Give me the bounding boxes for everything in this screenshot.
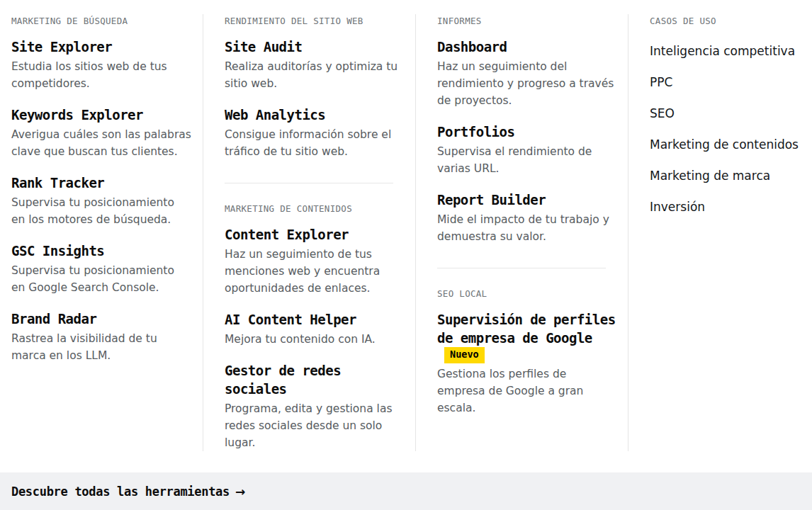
menu-item-web-analytics[interactable]: Web Analytics Consigue información sobre…	[225, 106, 404, 160]
use-case-marketing-de-marca[interactable]: Marketing de marca	[650, 167, 812, 184]
use-case-marketing-de-contenidos[interactable]: Marketing de contenidos	[650, 136, 812, 153]
use-case-ppc[interactable]: PPC	[650, 74, 812, 91]
menu-item-portfolios[interactable]: Portfolios Supervisa el rendimiento de v…	[437, 123, 617, 177]
menu-item-description: Supervisa tu posicionamiento en Google S…	[11, 262, 191, 296]
menu-item-description: Gestiona los perfiles de empresa de Goog…	[437, 366, 617, 416]
arrow-right-icon: →	[235, 484, 245, 499]
menu-item-description: Realiza auditorías y optimiza tu sitio w…	[225, 58, 404, 92]
column-marketing-de-busqueda: MARKETING DE BÚSQUEDA Site Explorer Estu…	[11, 16, 191, 364]
menu-item-description: Estudia los sitios web de tus competidor…	[11, 58, 191, 92]
menu-item-ai-content-helper[interactable]: AI Content Helper Mejora tu contenido co…	[225, 310, 404, 348]
menu-item-description: Rastrea la visibilidad de tu marca en lo…	[11, 330, 191, 364]
section-heading-rendimiento-del-sitio-web: RENDIMIENTO DEL SITIO WEB	[225, 16, 404, 27]
column-divider	[203, 14, 203, 451]
menu-item-description: Programa, edita y gestiona las redes soc…	[225, 400, 404, 451]
menu-item-description: Haz un seguimiento de tus menciones web …	[225, 246, 404, 297]
menu-item-title: AI Content Helper	[225, 312, 356, 327]
menu-item-gestor-de-redes-sociales[interactable]: Gestor de redes sociales Programa, edita…	[225, 361, 404, 451]
menu-item-content-explorer[interactable]: Content Explorer Haz un seguimiento de t…	[225, 225, 404, 297]
discover-all-tools-link[interactable]: Descubre todas las herramientas→	[11, 484, 245, 499]
section-divider	[437, 268, 606, 268]
menu-item-title: Site Audit	[225, 39, 302, 55]
column-divider	[628, 14, 628, 451]
nuevo-badge: Nuevo	[444, 347, 485, 363]
menu-item-title: Web Analytics	[225, 107, 325, 123]
menu-item-title: Rank Tracker	[11, 175, 104, 191]
menu-item-title: Keywords Explorer	[11, 107, 143, 123]
section-divider	[225, 183, 393, 183]
menu-item-title: Dashboard	[437, 39, 507, 55]
mega-menu: MARKETING DE BÚSQUEDA Site Explorer Estu…	[0, 0, 812, 472]
menu-item-keywords-explorer[interactable]: Keywords Explorer Averigua cuáles son la…	[11, 106, 191, 160]
menu-item-title: GSC Insights	[11, 243, 104, 259]
menu-item-dashboard[interactable]: Dashboard Haz un seguimiento del rendimi…	[437, 38, 617, 109]
menu-item-description: Haz un seguimiento del rendimiento y pro…	[437, 58, 617, 109]
section-heading-seo-local: SEO LOCAL	[437, 288, 617, 300]
menu-item-title: Report Builder	[437, 192, 546, 208]
use-case-inteligencia-competitiva[interactable]: Inteligencia competitiva	[650, 42, 812, 60]
menu-item-supervision-de-perfiles-de-empresa-de-google[interactable]: Supervisión de perfiles de empresa de Go…	[437, 310, 617, 416]
section-heading-marketing-de-contenidos: MARKETING DE CONTENIDOS	[225, 203, 404, 215]
menu-item-description: Supervisa tu posicionamiento en los moto…	[11, 194, 191, 228]
column-rendimiento-del-sitio-web: RENDIMIENTO DEL SITIO WEB Site Audit Rea…	[225, 16, 404, 451]
column-casos-de-uso: CASOS DE USO Inteligencia competitiva PP…	[650, 16, 812, 215]
menu-item-title: Portfolios	[437, 124, 514, 140]
menu-item-description: Averigua cuáles son las palabras clave q…	[11, 126, 191, 160]
menu-item-gsc-insights[interactable]: GSC Insights Supervisa tu posicionamient…	[11, 242, 191, 296]
menu-item-description: Mide el impacto de tu trabajo y demuestr…	[437, 211, 617, 245]
menu-item-title: Site Explorer	[11, 39, 112, 55]
use-case-inversion[interactable]: Inversión	[650, 198, 812, 215]
menu-item-description: Consigue información sobre el tráfico de…	[225, 126, 404, 160]
menu-item-site-audit[interactable]: Site Audit Realiza auditorías y optimiza…	[225, 38, 404, 92]
menu-item-title: Content Explorer	[225, 227, 349, 242]
menu-item-brand-radar[interactable]: Brand Radar Rastrea la visibilidad de tu…	[11, 310, 191, 364]
menu-item-description: Mejora tu contenido con IA.	[225, 331, 404, 348]
discover-all-tools-bar[interactable]: Descubre todas las herramientas→	[0, 472, 812, 510]
menu-item-rank-tracker[interactable]: Rank Tracker Supervisa tu posicionamient…	[11, 174, 191, 228]
column-divider	[415, 14, 416, 451]
section-heading-casos-de-uso: CASOS DE USO	[650, 16, 812, 27]
use-case-seo[interactable]: SEO	[650, 105, 812, 122]
menu-item-title: Gestor de redes sociales	[225, 363, 341, 397]
menu-item-title: Brand Radar	[11, 311, 96, 327]
menu-item-site-explorer[interactable]: Site Explorer Estudia los sitios web de …	[11, 38, 191, 92]
column-informes: INFORMES Dashboard Haz un seguimiento de…	[437, 16, 617, 416]
section-heading-informes: INFORMES	[437, 16, 617, 27]
menu-item-title: Supervisión de perfiles de empresa de Go…	[437, 312, 616, 346]
section-heading-marketing-de-busqueda: MARKETING DE BÚSQUEDA	[11, 16, 191, 27]
discover-all-tools-label: Descubre todas las herramientas	[11, 484, 230, 499]
menu-item-description: Supervisa el rendimiento de varias URL.	[437, 143, 617, 177]
menu-item-report-builder[interactable]: Report Builder Mide el impacto de tu tra…	[437, 191, 617, 245]
